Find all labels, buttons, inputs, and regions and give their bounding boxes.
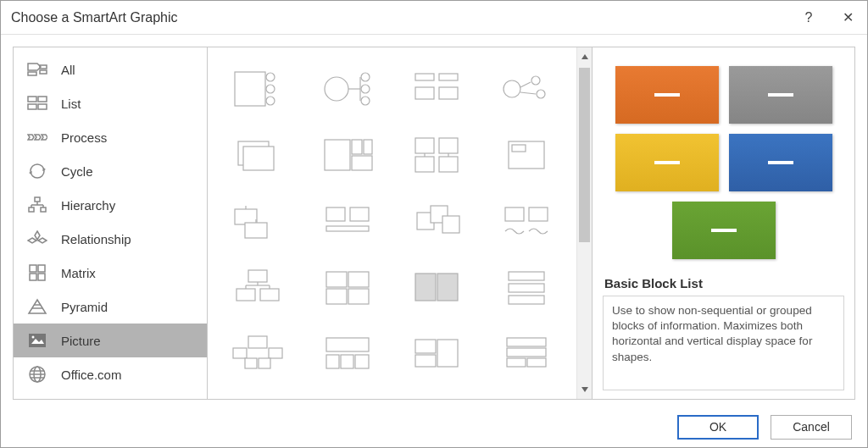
layout-thumb[interactable] <box>213 320 303 386</box>
layout-gallery <box>208 47 576 399</box>
category-picture[interactable]: Picture <box>14 324 207 357</box>
layout-thumb[interactable] <box>303 188 392 254</box>
category-label: Pyramid <box>61 300 108 314</box>
help-button[interactable]: ? <box>789 1 828 35</box>
scroll-down-arrow[interactable] <box>577 382 592 397</box>
svg-line-57 <box>520 92 536 94</box>
svg-rect-98 <box>509 284 544 292</box>
matrix-icon <box>27 263 47 282</box>
svg-rect-92 <box>348 272 369 287</box>
category-label: Relationship <box>61 232 131 246</box>
svg-rect-24 <box>30 265 36 272</box>
layout-thumb[interactable] <box>481 254 571 320</box>
category-label: Cycle <box>61 164 93 179</box>
preview-block <box>615 134 719 191</box>
svg-rect-106 <box>326 355 339 368</box>
layout-thumb[interactable] <box>392 56 482 122</box>
dialog-title: Choose a SmartArt Graphic <box>11 10 789 25</box>
svg-rect-82 <box>505 207 524 221</box>
layout-thumb[interactable] <box>481 320 571 386</box>
scroll-thumb[interactable] <box>579 68 590 242</box>
svg-rect-16 <box>41 207 46 212</box>
category-hierarchy[interactable]: Hierarchy <box>14 188 207 222</box>
category-pyramid[interactable]: Pyramid <box>14 290 207 324</box>
globe-icon <box>27 365 47 384</box>
svg-point-40 <box>266 73 275 81</box>
category-process[interactable]: Process <box>14 120 207 154</box>
layout-thumb[interactable] <box>303 122 392 188</box>
svg-marker-0 <box>28 64 41 70</box>
svg-point-11 <box>31 164 44 178</box>
svg-rect-66 <box>415 157 434 172</box>
layout-thumb[interactable] <box>392 254 482 320</box>
svg-point-54 <box>531 76 540 85</box>
category-list[interactable]: List <box>14 86 207 120</box>
titlebar: Choose a SmartArt Graphic ? ✕ <box>1 1 867 35</box>
layout-thumb[interactable] <box>481 188 571 254</box>
layout-thumb[interactable] <box>481 122 571 188</box>
picture-icon <box>27 331 47 350</box>
svg-rect-25 <box>38 265 45 272</box>
svg-rect-108 <box>355 355 369 368</box>
layout-thumb[interactable] <box>392 320 482 386</box>
layout-thumb[interactable] <box>481 56 571 122</box>
scroll-track[interactable] <box>577 64 592 382</box>
layout-thumb[interactable] <box>213 254 303 320</box>
layout-thumb[interactable] <box>392 386 482 399</box>
svg-point-46 <box>361 85 370 93</box>
cancel-button[interactable]: Cancel <box>771 415 852 440</box>
category-officecom[interactable]: Office.com <box>14 357 207 391</box>
ok-label: OK <box>709 420 726 434</box>
svg-rect-7 <box>38 104 47 109</box>
svg-rect-96 <box>437 274 458 301</box>
layout-thumb[interactable] <box>303 254 392 320</box>
svg-rect-76 <box>326 207 345 221</box>
layout-thumb[interactable] <box>213 122 303 188</box>
svg-point-55 <box>537 90 545 98</box>
cycle-icon <box>27 162 47 180</box>
svg-rect-3 <box>28 72 36 75</box>
category-all[interactable]: All <box>14 53 207 86</box>
svg-rect-102 <box>269 348 282 358</box>
preview-block <box>615 66 719 124</box>
layout-thumb[interactable] <box>213 56 303 122</box>
preview-block <box>672 202 776 259</box>
preview-block <box>729 134 832 191</box>
preview-block <box>729 66 832 124</box>
svg-rect-114 <box>507 358 526 367</box>
layout-thumb[interactable] <box>303 56 392 122</box>
category-relationship[interactable]: Relationship <box>14 222 207 256</box>
category-label: Office.com <box>61 368 121 382</box>
layout-thumb[interactable] <box>481 386 571 399</box>
svg-rect-110 <box>437 340 458 367</box>
close-button[interactable]: ✕ <box>828 1 867 35</box>
list-icon <box>27 94 47 113</box>
svg-rect-109 <box>415 340 436 353</box>
svg-rect-112 <box>507 338 546 346</box>
layout-thumb[interactable] <box>303 386 392 399</box>
svg-rect-65 <box>439 138 458 153</box>
category-label: Picture <box>61 334 101 348</box>
scroll-up-arrow[interactable] <box>577 49 592 64</box>
svg-rect-2 <box>40 70 47 74</box>
svg-rect-105 <box>326 338 369 351</box>
svg-marker-23 <box>38 238 47 243</box>
svg-rect-100 <box>248 336 267 348</box>
category-label: List <box>61 97 81 111</box>
layout-thumb[interactable] <box>213 188 303 254</box>
layout-thumb[interactable] <box>213 386 303 399</box>
category-label: All <box>61 63 75 77</box>
layout-thumb[interactable] <box>392 188 482 254</box>
category-matrix[interactable]: Matrix <box>14 256 207 290</box>
process-icon <box>27 128 47 147</box>
ok-button[interactable]: OK <box>677 415 759 440</box>
category-label: Process <box>61 130 107 145</box>
svg-marker-28 <box>29 300 46 313</box>
category-cycle[interactable]: Cycle <box>14 154 207 188</box>
layout-thumb[interactable] <box>303 320 392 386</box>
svg-rect-101 <box>233 348 247 358</box>
layout-thumb[interactable] <box>392 122 482 188</box>
svg-rect-51 <box>415 87 434 99</box>
svg-rect-111 <box>415 355 436 367</box>
gallery-scrollbar[interactable] <box>576 47 592 399</box>
